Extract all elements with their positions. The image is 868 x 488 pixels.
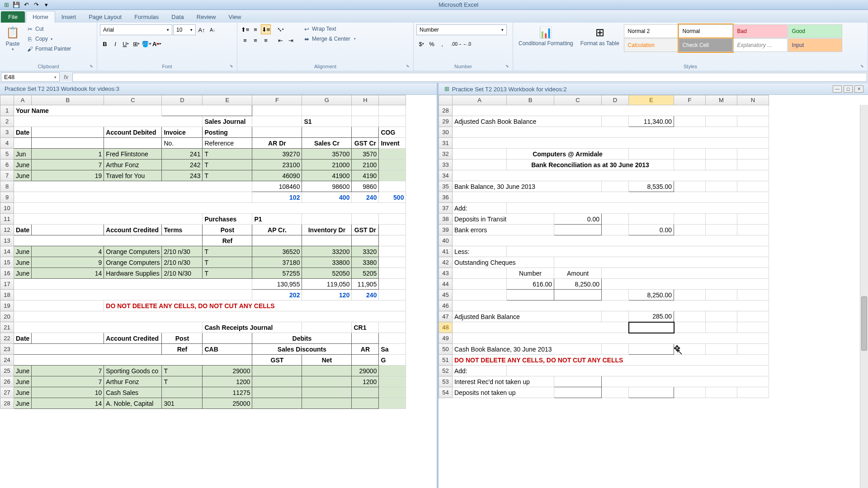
tab-page-layout[interactable]: Page Layout [82, 11, 128, 23]
merge-center-button[interactable]: ⬌Merge & Center▾ [301, 34, 358, 43]
font-size-value: 10 [176, 27, 182, 33]
dec-decimal-button[interactable]: ←.0 [462, 39, 472, 49]
left-pane: Practice Set T2 2013 Workbook for videos… [0, 83, 439, 488]
paste-button[interactable]: 📋 Paste ▾ [3, 24, 23, 52]
italic-icon: I [114, 41, 116, 47]
tab-formulas[interactable]: Formulas [128, 11, 165, 23]
align-top-button[interactable]: ⬆≡ [240, 24, 250, 34]
orientation-icon: ⤡ [277, 26, 282, 33]
undo-icon[interactable]: ↶ [22, 1, 31, 9]
excel-icon[interactable]: ⊞ [2, 1, 11, 9]
comma-icon: , [441, 41, 443, 47]
paste-icon: 📋 [5, 25, 20, 40]
align-bottom-button[interactable]: ⬇≡ [261, 24, 271, 34]
format-painter-button[interactable]: 🖌Format Painter [24, 44, 73, 53]
align-bottom-icon: ⬇≡ [262, 26, 270, 33]
bold-button[interactable]: B [100, 39, 110, 49]
underline-icon: U [123, 41, 127, 47]
group-alignment: ⬆≡ ≡ ⬇≡ ⤡▾ ≡ ≡ ≡ ⇤ ⇥ ↩Wrap Text ⬌Merge & [237, 23, 414, 71]
save-icon[interactable]: 💾 [12, 1, 21, 9]
grow-font-icon: A↑ [198, 27, 205, 33]
qat-customize-icon[interactable]: ▾ [42, 1, 51, 9]
table-icon: ⊞ [593, 25, 607, 40]
wrap-icon: ↩ [303, 25, 310, 33]
inc-decimal-button[interactable]: .00→ [452, 39, 462, 49]
align-middle-button[interactable]: ≡ [250, 24, 260, 34]
number-format-combo[interactable]: Number▾ [416, 24, 507, 35]
name-box[interactable]: E48▾ [1, 72, 60, 82]
formula-bar[interactable] [72, 73, 867, 82]
style-good[interactable]: Good [788, 24, 842, 38]
align-top-icon: ⬆≡ [241, 26, 250, 33]
inc-dec-icon: .00→ [451, 42, 462, 47]
wrap-label: Wrap Text [312, 26, 336, 32]
orientation-button[interactable]: ⤡▾ [275, 24, 285, 34]
maximize-button[interactable]: ◻ [844, 85, 853, 93]
group-font: Arial▾ 10▾ A↑ A↓ B I U▾ ⊞▾ 🪣▾ A▾ Font [97, 23, 237, 71]
comma-button[interactable]: , [437, 39, 447, 49]
align-center-button[interactable]: ≡ [250, 35, 260, 45]
inc-indent-button[interactable]: ⇥ [286, 35, 296, 45]
currency-button[interactable]: $▾ [416, 39, 426, 49]
tab-file[interactable]: File [1, 11, 25, 23]
style-calculation[interactable]: Calculation [624, 38, 678, 52]
cut-icon: ✂ [26, 25, 33, 33]
ribbon: 📋 Paste ▾ ✂Cut ⎘Copy▾ 🖌Format Painter Cl… [0, 23, 868, 71]
style-input[interactable]: Input [788, 38, 842, 52]
group-clipboard: 📋 Paste ▾ ✂Cut ⎘Copy▾ 🖌Format Painter Cl… [0, 23, 97, 71]
percent-icon: % [429, 41, 434, 47]
style-explanatory-[interactable]: Explanatory ... [733, 38, 788, 52]
cut-label: Cut [35, 26, 44, 32]
styles-group-label: Styles [516, 63, 865, 69]
font-name-combo[interactable]: Arial▾ [100, 24, 172, 35]
align-right-button[interactable]: ≡ [261, 35, 271, 45]
dec-indent-button[interactable]: ⇤ [275, 35, 285, 45]
formula-bar-row: E48▾ fx [0, 71, 868, 83]
left-grid[interactable]: ABCDEFGH1Your Name2Sales JournalS13DateA… [0, 95, 437, 488]
percent-button[interactable]: % [427, 39, 437, 49]
dec-dec-icon: ←.0 [463, 42, 471, 47]
border-button[interactable]: ⊞▾ [131, 39, 141, 49]
align-left-button[interactable]: ≡ [240, 35, 250, 45]
copy-button[interactable]: ⎘Copy▾ [24, 34, 73, 43]
shrink-font-button[interactable]: A↓ [208, 25, 217, 35]
tab-data[interactable]: Data [165, 11, 190, 23]
tab-home[interactable]: Home [26, 11, 55, 23]
redo-icon[interactable]: ↷ [32, 1, 41, 9]
grow-font-button[interactable]: A↑ [197, 25, 207, 35]
tab-insert[interactable]: Insert [55, 11, 83, 23]
format-table-button[interactable]: ⊞ Format as Table [578, 24, 622, 47]
tab-review[interactable]: Review [190, 11, 222, 23]
font-name-value: Arial [103, 27, 114, 33]
tab-view[interactable]: View [222, 11, 247, 23]
fx-icon[interactable]: fx [61, 73, 71, 82]
cut-button[interactable]: ✂Cut [24, 24, 73, 33]
font-size-combo[interactable]: 10▾ [173, 24, 196, 35]
table-label: Format as Table [580, 41, 619, 47]
minimize-button[interactable]: — [833, 85, 842, 93]
group-number: Number▾ $▾ % , .00→ ←.0 Number [414, 23, 513, 71]
right-grid[interactable]: ABCDEFMN2829Adjusted Cash Book Balance11… [439, 95, 868, 488]
underline-button[interactable]: U▾ [121, 39, 131, 49]
style-check-cell[interactable]: Check Cell [679, 38, 733, 52]
align-center-icon: ≡ [254, 37, 257, 44]
style-bad[interactable]: Bad [733, 24, 788, 38]
conditional-formatting-button[interactable]: 📊 Conditional Formatting [516, 24, 576, 47]
scroll-thumb[interactable] [861, 296, 867, 351]
italic-button[interactable]: I [110, 39, 120, 49]
close-button[interactable]: ✕ [854, 85, 863, 93]
dollar-icon: $ [419, 41, 422, 47]
font-color-button[interactable]: A▾ [152, 39, 162, 49]
clipboard-group-label: Clipboard [3, 63, 94, 69]
cell-styles-gallery[interactable]: Normal 2NormalBadGoodCalculationCheck Ce… [624, 24, 842, 52]
fill-color-button[interactable]: 🪣▾ [142, 39, 151, 49]
right-scrollbar[interactable] [860, 105, 868, 488]
fill-icon: 🪣 [142, 41, 149, 47]
inc-indent-icon: ⇥ [288, 37, 293, 44]
dec-indent-icon: ⇤ [278, 37, 283, 44]
merge-label: Merge & Center [312, 36, 350, 42]
style-normal-2[interactable]: Normal 2 [624, 24, 678, 38]
copy-label: Copy [35, 36, 48, 42]
wrap-text-button[interactable]: ↩Wrap Text [301, 24, 358, 33]
style-normal[interactable]: Normal [679, 24, 733, 38]
